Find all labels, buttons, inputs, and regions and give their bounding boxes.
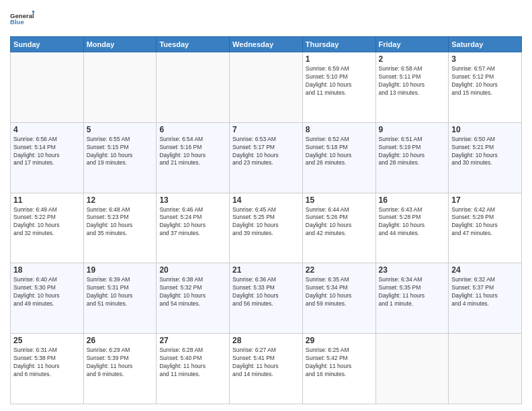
- calendar-table: SundayMondayTuesdayWednesdayThursdayFrid…: [10, 36, 522, 404]
- day-number: 21: [232, 265, 300, 275]
- day-number: 9: [379, 125, 446, 134]
- calendar-cell: 18Sunrise: 6:40 AM Sunset: 5:30 PM Dayli…: [11, 263, 84, 334]
- calendar-cell: [83, 52, 157, 123]
- day-info: Sunrise: 6:32 AM Sunset: 5:37 PM Dayligh…: [451, 276, 519, 308]
- weekday-header: Thursday: [302, 37, 375, 52]
- day-number: 20: [159, 265, 226, 275]
- calendar-cell: 21Sunrise: 6:36 AM Sunset: 5:33 PM Dayli…: [230, 263, 303, 334]
- day-number: 4: [13, 125, 81, 134]
- day-number: 24: [451, 265, 519, 275]
- day-info: Sunrise: 6:27 AM Sunset: 5:41 PM Dayligh…: [232, 347, 300, 379]
- day-number: 8: [306, 125, 373, 134]
- calendar-cell: 2Sunrise: 6:58 AM Sunset: 5:11 PM Daylig…: [375, 52, 449, 123]
- logo: General Blue: [10, 7, 34, 31]
- day-info: Sunrise: 6:39 AM Sunset: 5:31 PM Dayligh…: [87, 276, 154, 308]
- calendar-cell: 14Sunrise: 6:45 AM Sunset: 5:25 PM Dayli…: [230, 193, 303, 263]
- day-info: Sunrise: 6:35 AM Sunset: 5:34 PM Dayligh…: [306, 276, 373, 308]
- day-number: 7: [232, 125, 300, 134]
- calendar-cell: 26Sunrise: 6:29 AM Sunset: 5:39 PM Dayli…: [83, 334, 157, 404]
- day-info: Sunrise: 6:58 AM Sunset: 5:11 PM Dayligh…: [379, 65, 446, 97]
- calendar-cell: 15Sunrise: 6:44 AM Sunset: 5:26 PM Dayli…: [302, 193, 375, 263]
- calendar-cell: 16Sunrise: 6:43 AM Sunset: 5:28 PM Dayli…: [375, 193, 449, 263]
- weekday-header: Monday: [83, 37, 157, 52]
- day-info: Sunrise: 6:42 AM Sunset: 5:29 PM Dayligh…: [451, 206, 519, 238]
- day-number: 14: [232, 195, 300, 205]
- day-info: Sunrise: 6:44 AM Sunset: 5:26 PM Dayligh…: [306, 206, 373, 238]
- day-info: Sunrise: 6:54 AM Sunset: 5:16 PM Dayligh…: [159, 136, 226, 168]
- day-number: 2: [379, 54, 446, 64]
- calendar-cell: 22Sunrise: 6:35 AM Sunset: 5:34 PM Dayli…: [302, 263, 375, 334]
- calendar-cell: 13Sunrise: 6:46 AM Sunset: 5:24 PM Dayli…: [157, 193, 230, 263]
- calendar-cell: 12Sunrise: 6:48 AM Sunset: 5:23 PM Dayli…: [83, 193, 157, 263]
- calendar-cell: 8Sunrise: 6:52 AM Sunset: 5:18 PM Daylig…: [302, 122, 375, 193]
- day-info: Sunrise: 6:56 AM Sunset: 5:14 PM Dayligh…: [13, 136, 81, 168]
- day-number: 23: [379, 265, 446, 275]
- page: General Blue SundayMondayTuesdayWednesda…: [0, 0, 532, 411]
- weekday-header: Tuesday: [157, 37, 230, 52]
- day-info: Sunrise: 6:59 AM Sunset: 5:10 PM Dayligh…: [306, 65, 373, 97]
- day-info: Sunrise: 6:48 AM Sunset: 5:23 PM Dayligh…: [87, 206, 154, 238]
- calendar-cell: 29Sunrise: 6:25 AM Sunset: 5:42 PM Dayli…: [302, 334, 375, 404]
- calendar-cell: [230, 52, 303, 123]
- calendar-cell: [157, 52, 230, 123]
- calendar-cell: 25Sunrise: 6:31 AM Sunset: 5:38 PM Dayli…: [11, 334, 84, 404]
- day-number: 5: [87, 125, 154, 134]
- day-number: 18: [13, 265, 81, 275]
- day-info: Sunrise: 6:50 AM Sunset: 5:21 PM Dayligh…: [451, 136, 519, 168]
- calendar-cell: 20Sunrise: 6:38 AM Sunset: 5:32 PM Dayli…: [157, 263, 230, 334]
- logo-svg: General Blue: [10, 7, 34, 31]
- day-info: Sunrise: 6:52 AM Sunset: 5:18 PM Dayligh…: [306, 136, 373, 168]
- day-number: 13: [159, 195, 226, 205]
- day-info: Sunrise: 6:25 AM Sunset: 5:42 PM Dayligh…: [306, 347, 373, 379]
- calendar-cell: [11, 52, 84, 123]
- day-info: Sunrise: 6:45 AM Sunset: 5:25 PM Dayligh…: [232, 206, 300, 238]
- day-number: 29: [306, 336, 373, 345]
- weekday-header: Saturday: [449, 37, 522, 52]
- calendar-cell: 11Sunrise: 6:49 AM Sunset: 5:22 PM Dayli…: [11, 193, 84, 263]
- day-number: 22: [306, 265, 373, 275]
- day-number: 28: [232, 336, 300, 345]
- calendar-cell: 17Sunrise: 6:42 AM Sunset: 5:29 PM Dayli…: [449, 193, 522, 263]
- calendar-cell: [375, 334, 449, 404]
- calendar-cell: 19Sunrise: 6:39 AM Sunset: 5:31 PM Dayli…: [83, 263, 157, 334]
- header: General Blue: [10, 7, 522, 31]
- svg-text:Blue: Blue: [10, 18, 24, 26]
- header-row: SundayMondayTuesdayWednesdayThursdayFrid…: [11, 37, 522, 52]
- day-info: Sunrise: 6:51 AM Sunset: 5:19 PM Dayligh…: [379, 136, 446, 168]
- day-number: 3: [451, 54, 519, 64]
- day-info: Sunrise: 6:53 AM Sunset: 5:17 PM Dayligh…: [232, 136, 300, 168]
- day-info: Sunrise: 6:29 AM Sunset: 5:39 PM Dayligh…: [87, 347, 154, 379]
- day-info: Sunrise: 6:31 AM Sunset: 5:38 PM Dayligh…: [13, 347, 81, 379]
- calendar-cell: 28Sunrise: 6:27 AM Sunset: 5:41 PM Dayli…: [230, 334, 303, 404]
- day-number: 17: [451, 195, 519, 205]
- day-number: 1: [306, 54, 373, 64]
- day-number: 12: [87, 195, 154, 205]
- calendar-cell: 10Sunrise: 6:50 AM Sunset: 5:21 PM Dayli…: [449, 122, 522, 193]
- calendar-cell: 27Sunrise: 6:28 AM Sunset: 5:40 PM Dayli…: [157, 334, 230, 404]
- day-number: 10: [451, 125, 519, 134]
- day-info: Sunrise: 6:46 AM Sunset: 5:24 PM Dayligh…: [159, 206, 226, 238]
- weekday-header: Wednesday: [230, 37, 303, 52]
- day-info: Sunrise: 6:28 AM Sunset: 5:40 PM Dayligh…: [159, 347, 226, 379]
- calendar-cell: 1Sunrise: 6:59 AM Sunset: 5:10 PM Daylig…: [302, 52, 375, 123]
- day-info: Sunrise: 6:57 AM Sunset: 5:12 PM Dayligh…: [451, 65, 519, 97]
- calendar-cell: 6Sunrise: 6:54 AM Sunset: 5:16 PM Daylig…: [157, 122, 230, 193]
- day-number: 6: [159, 125, 226, 134]
- day-info: Sunrise: 6:43 AM Sunset: 5:28 PM Dayligh…: [379, 206, 446, 238]
- calendar-cell: 4Sunrise: 6:56 AM Sunset: 5:14 PM Daylig…: [11, 122, 84, 193]
- calendar-cell: [449, 334, 522, 404]
- day-number: 26: [87, 336, 154, 345]
- day-number: 16: [379, 195, 446, 205]
- weekday-header: Sunday: [11, 37, 84, 52]
- calendar-cell: 7Sunrise: 6:53 AM Sunset: 5:17 PM Daylig…: [230, 122, 303, 193]
- day-number: 15: [306, 195, 373, 205]
- day-number: 19: [87, 265, 154, 275]
- day-number: 25: [13, 336, 81, 345]
- calendar-cell: 3Sunrise: 6:57 AM Sunset: 5:12 PM Daylig…: [449, 52, 522, 123]
- day-number: 11: [13, 195, 81, 205]
- calendar-cell: 23Sunrise: 6:34 AM Sunset: 5:35 PM Dayli…: [375, 263, 449, 334]
- weekday-header: Friday: [375, 37, 449, 52]
- day-info: Sunrise: 6:34 AM Sunset: 5:35 PM Dayligh…: [379, 276, 446, 308]
- calendar-cell: 9Sunrise: 6:51 AM Sunset: 5:19 PM Daylig…: [375, 122, 449, 193]
- day-number: 27: [159, 336, 226, 345]
